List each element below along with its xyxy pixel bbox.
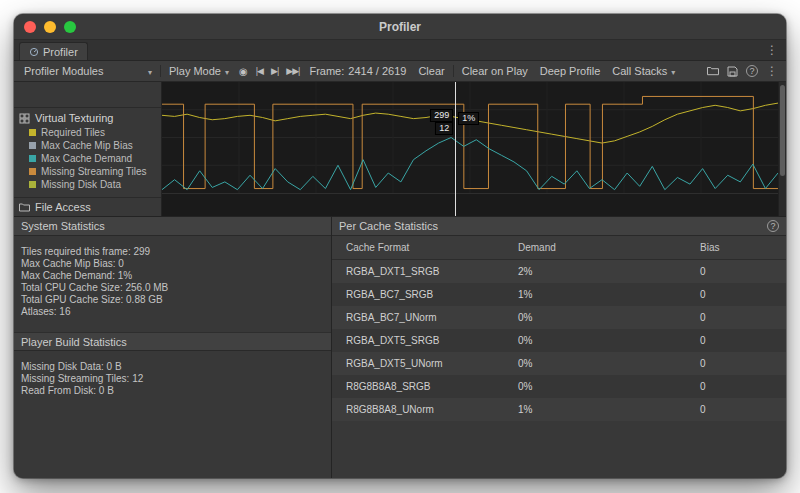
legend-swatch <box>29 129 36 136</box>
profiler-modules-dropdown[interactable]: Profiler Modules ▾ <box>18 61 158 81</box>
clear-label: Clear <box>418 65 444 77</box>
next-frame-button[interactable]: ▶| <box>267 66 282 76</box>
call-stacks-dropdown[interactable]: Call Stacks ▾ <box>606 61 681 81</box>
chevron-down-icon: ▾ <box>671 68 675 77</box>
toolbar-separator <box>453 65 454 77</box>
playhead-tiles-chip: 299 <box>430 109 453 122</box>
chart-region: Virtual Texturing Required TilesMax Cach… <box>14 82 786 217</box>
player-build-statistics-header: Player Build Statistics <box>14 332 331 351</box>
demand-cell: 1% <box>504 289 686 300</box>
system-stats-lines: Tiles required this frame: 299Max Cache … <box>14 236 331 318</box>
legend-item[interactable]: Max Cache Mip Bias <box>14 139 161 152</box>
minimize-window-button[interactable] <box>44 21 56 33</box>
vt-chart <box>162 82 778 194</box>
bias-cell: 0 <box>686 335 786 346</box>
profiler-toolbar: Profiler Modules ▾ Play Mode ▾ ◉ |◀ ▶| ▶… <box>14 61 786 82</box>
toolbar-menu-icon[interactable]: ⋮ <box>762 65 782 77</box>
file-access-icon <box>19 203 30 212</box>
traffic-lights <box>24 21 76 33</box>
clear-on-play-label: Clear on Play <box>462 65 528 77</box>
current-frame-button[interactable]: ▶▶| <box>282 66 303 76</box>
legend-swatch <box>29 181 36 188</box>
module-virtual-texturing[interactable]: Virtual Texturing <box>14 108 161 126</box>
legend-item[interactable]: Max Cache Demand <box>14 152 161 165</box>
previous-frame-button[interactable]: |◀ <box>252 66 267 76</box>
table-row[interactable]: RGBA_DXT5_UNorm0%0 <box>332 352 786 375</box>
title-bar[interactable]: Profiler <box>14 14 786 40</box>
table-row[interactable]: RGBA_DXT5_SRGB0%0 <box>332 329 786 352</box>
column-bias[interactable]: Bias <box>686 242 786 253</box>
scrollbar-thumb[interactable] <box>780 85 785 176</box>
system-statistics-header: System Statistics <box>14 217 331 236</box>
close-window-button[interactable] <box>24 21 36 33</box>
playhead-line[interactable] <box>455 82 456 216</box>
legend-item[interactable]: Missing Disk Data <box>14 178 161 191</box>
legend-label: Max Cache Demand <box>41 153 132 164</box>
column-demand[interactable]: Demand <box>504 242 686 253</box>
stat-line: Max Cache Demand: 1% <box>21 270 324 282</box>
virtual-texturing-icon <box>19 113 30 124</box>
bias-cell: 0 <box>686 289 786 300</box>
chart-scrollbar[interactable] <box>778 82 786 216</box>
vt-chart-svg <box>162 82 778 193</box>
bias-cell: 0 <box>686 266 786 277</box>
stat-line: Max Cache Mip Bias: 0 <box>21 258 324 270</box>
zoom-window-button[interactable] <box>64 21 76 33</box>
bias-cell: 0 <box>686 312 786 323</box>
deep-profile-label: Deep Profile <box>540 65 601 77</box>
cache-format-cell: RGBA_DXT5_SRGB <box>332 335 504 346</box>
demand-cell: 2% <box>504 266 686 277</box>
stat-line: Tiles required this frame: 299 <box>21 246 324 258</box>
cache-format-cell: RGBA_BC7_UNorm <box>332 312 504 323</box>
clear-on-play-toggle[interactable]: Clear on Play <box>456 61 534 81</box>
table-row[interactable]: RGBA_DXT1_SRGB2%0 <box>332 260 786 283</box>
table-row[interactable]: RGBA_BC7_SRGB1%0 <box>332 283 786 306</box>
toolbar-separator <box>160 65 161 77</box>
profiler-window: Profiler Profiler ⋮ Profiler Modules ▾ P… <box>14 14 786 478</box>
cache-format-cell: RGBA_DXT5_UNorm <box>332 358 504 369</box>
tab-menu-icon[interactable]: ⋮ <box>766 44 778 56</box>
record-button[interactable]: ◉ <box>235 66 252 77</box>
stat-line: Missing Streaming Tiles: 12 <box>21 373 324 385</box>
stat-line: Total GPU Cache Size: 0.88 GB <box>21 294 324 306</box>
demand-cell: 0% <box>504 358 686 369</box>
clear-button[interactable]: Clear <box>412 61 450 81</box>
stat-line: Total CPU Cache Size: 256.0 MB <box>21 282 324 294</box>
play-mode-dropdown[interactable]: Play Mode ▾ <box>163 61 235 81</box>
table-row[interactable]: R8G8B8A8_UNorm1%0 <box>332 398 786 421</box>
tab-label: Profiler <box>43 46 78 58</box>
bias-cell: 0 <box>686 404 786 415</box>
demand-cell: 0% <box>504 381 686 392</box>
module-panel-blank <box>14 82 161 108</box>
legend-label: Missing Disk Data <box>41 179 121 190</box>
save-profile-icon[interactable] <box>723 66 742 77</box>
demand-cell: 1% <box>504 404 686 415</box>
bias-cell: 0 <box>686 358 786 369</box>
table-row[interactable]: RGBA_BC7_UNorm0%0 <box>332 306 786 329</box>
deep-profile-toggle[interactable]: Deep Profile <box>534 61 607 81</box>
chart-canvas[interactable]: 299 12 1% <box>162 82 786 216</box>
profiler-modules-label: Profiler Modules <box>24 65 103 77</box>
legend-swatch <box>29 168 36 175</box>
legend-item[interactable]: Required Tiles <box>14 126 161 139</box>
legend-swatch <box>29 142 36 149</box>
play-mode-label: Play Mode <box>169 65 221 77</box>
frame-label: Frame: <box>309 65 344 77</box>
help-glyph: ? <box>746 65 758 77</box>
column-cache-format[interactable]: Cache Format <box>332 242 504 253</box>
table-row[interactable]: R8G8B8A8_SRGB0%0 <box>332 375 786 398</box>
virtual-texturing-label: Virtual Texturing <box>35 112 113 124</box>
legend-label: Max Cache Mip Bias <box>41 140 133 151</box>
tab-profiler[interactable]: Profiler <box>19 42 88 60</box>
help-icon[interactable]: ? <box>742 65 762 77</box>
cache-table-header: Cache Format Demand Bias <box>332 236 786 260</box>
chevron-down-icon: ▾ <box>225 68 229 77</box>
module-file-access[interactable]: File Access <box>14 197 161 216</box>
frame-value: 2414 / 2619 <box>348 65 406 77</box>
per-cache-help-icon[interactable]: ? <box>767 220 779 232</box>
load-profile-icon[interactable] <box>703 66 723 76</box>
frame-counter: Frame: 2414 / 2619 <box>303 61 412 81</box>
demand-cell: 0% <box>504 312 686 323</box>
legend-item[interactable]: Missing Streaming Tiles <box>14 165 161 178</box>
playhead-demand-chip: 1% <box>458 112 479 125</box>
